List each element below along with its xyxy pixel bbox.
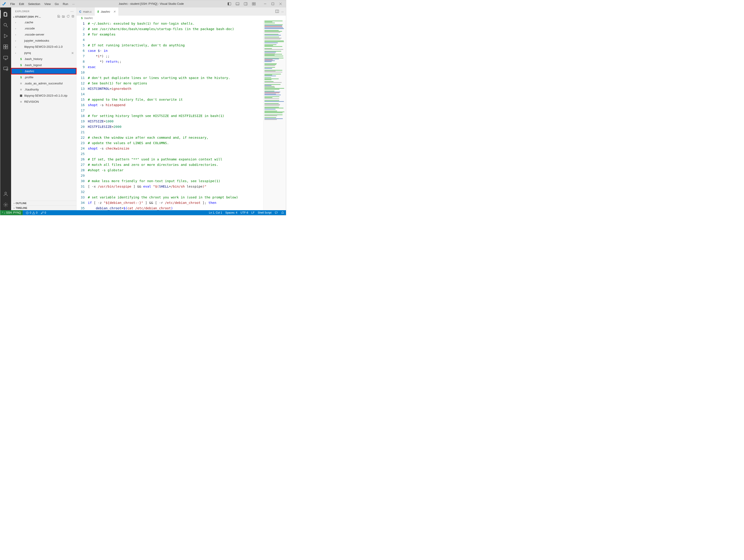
sidebar-more-icon[interactable]: ··· [70,9,74,13]
feedback-icon[interactable] [275,211,278,214]
menu-view[interactable]: View [43,1,52,7]
tree-item-label: .sudo_as_admin_successful [24,82,63,85]
folder-icon [19,27,23,30]
layout-controls [226,1,257,7]
tree-folder[interactable]: ›libpynq-5EWC0-2023-v0.1.0 [11,44,76,50]
language-mode-button[interactable]: Shell Script [258,211,271,214]
svg-rect-17 [4,45,5,47]
workspace-section-label: STUDENT [SSH: PY… [15,15,57,18]
cursor-position[interactable]: Ln 1, Col 1 [209,211,222,214]
menu-go[interactable]: Go [53,1,61,7]
accounts-icon[interactable] [0,189,11,199]
workspace-section-header[interactable]: ⌄ STUDENT [SSH: PY… [11,14,76,19]
breadcrumb[interactable]: $.bashrc [77,15,286,21]
svg-point-26 [5,192,7,194]
tree-folder[interactable]: ›.vscode [11,25,76,32]
run-debug-icon[interactable] [0,31,11,41]
encoding-button[interactable]: UTF-8 [240,211,248,214]
code-editor[interactable]: # ~/.bashrc: executed by bash(1) for non… [88,21,263,210]
notifications-icon[interactable] [281,211,284,214]
tab-bashrc[interactable]: $ .bashrc ✕ [95,7,119,15]
ports-button[interactable]: 0 [41,211,46,214]
errors-count: 0 [30,211,31,214]
search-icon[interactable] [0,20,11,31]
warnings-count: 0 [36,211,38,214]
menu-overflow-icon[interactable]: ··· [70,1,77,7]
collapse-all-icon[interactable] [71,15,75,18]
status-bar: SSH: PYNQ 0 0 0 Ln 1, Col 1 Spaces: 4 UT… [0,210,286,215]
customize-layout-icon[interactable] [250,1,257,7]
minimap[interactable] [263,21,286,210]
tree-item-label: .bashrc [24,70,34,73]
svg-rect-7 [254,2,255,4]
close-icon[interactable]: ✕ [113,10,116,13]
tree-item-label: .profile [24,76,34,79]
chevron-right-icon: › [12,202,15,205]
tree-folder[interactable]: ›pynq⤪ [11,50,76,56]
tab-label: .bashrc [101,10,110,13]
tree-item-label: pynq [24,51,31,54]
svg-rect-8 [252,4,254,5]
tree-file[interactable]: $.bash_logout [11,62,76,68]
svg-line-15 [6,26,8,27]
tree-file[interactable]: ≡.Xauthority [11,86,76,92]
chevron-right-icon: › [15,45,18,48]
tree-folder[interactable]: ›.vscode-server [11,32,76,38]
indentation-button[interactable]: Spaces: 4 [225,211,237,214]
tree-file[interactable]: ≡.sudo_as_admin_successful [11,80,76,86]
sidebar-title: EXPLORER [15,10,70,13]
menu-selection[interactable]: Selection [26,1,42,7]
chevron-right-icon: › [15,21,18,24]
tree-item-label: .bash_logout [24,63,42,67]
close-button[interactable] [277,1,284,7]
breadcrumb-label: .bashrc [84,16,93,20]
toggle-panel-icon[interactable] [234,1,241,7]
svg-point-14 [4,23,7,26]
svg-rect-34 [20,94,22,97]
new-file-icon[interactable] [57,15,61,18]
tree-folder[interactable]: ›jupyter_notebooks [11,38,76,44]
toggle-primary-sidebar-icon[interactable] [226,1,233,7]
split-editor-icon[interactable] [275,10,279,13]
menu-run[interactable]: Run [61,1,70,7]
menu-edit[interactable]: Edit [17,1,26,7]
editor-area: C main.c $ .bashrc ✕ ··· $.bashrc 123456… [77,7,286,210]
line-number-gutter: 1234567891011121314151617181920212223242… [77,21,88,210]
tree-file[interactable]: $.bashrc [11,68,76,74]
menu-file[interactable]: File [8,1,17,7]
editor-body: 1234567891011121314151617181920212223242… [77,21,286,210]
chevron-down-icon: ⌄ [12,15,15,18]
refresh-icon[interactable] [66,15,70,18]
tree-file[interactable]: $.bash_history [11,56,76,62]
tree-folder[interactable]: ›.cache [11,19,76,25]
tree-file[interactable]: libpynq-5EWC0-2023-v0.1.0.zip [11,92,76,98]
minimize-button[interactable] [261,1,269,7]
shell-file-icon: $ [97,10,99,13]
tree-file[interactable]: ≡REVISION [11,98,76,105]
more-actions-icon[interactable]: ··· [281,10,284,13]
toggle-secondary-sidebar-icon[interactable] [242,1,249,7]
new-folder-icon[interactable] [61,15,66,18]
vscode-logo-icon [2,2,6,6]
tree-file[interactable]: $.profile [11,74,76,80]
tree-item-label: .Xauthority [24,88,39,91]
explorer-sidebar: EXPLORER ··· ⌄ STUDENT [SSH: PY… ›.cache… [11,7,77,210]
outline-section-header[interactable]: › OUTLINE [11,201,76,205]
manage-gear-icon[interactable] [0,199,11,210]
problems-button[interactable]: 0 0 [26,211,37,214]
tab-main-c[interactable]: C main.c [77,7,95,15]
eol-button[interactable]: LF [251,211,255,214]
chevron-right-icon: › [15,33,18,36]
svg-rect-19 [4,47,5,49]
remote-explorer-icon[interactable] [0,52,11,63]
svg-rect-2 [236,2,239,5]
maximize-button[interactable] [269,1,276,7]
tree-item-label: libpynq-5EWC0-2023-v0.1.0 [24,45,63,48]
vscode-window: File Edit Selection View Go Run ··· .bas… [0,0,286,215]
timeline-section-header[interactable]: › TIMELINE [11,205,76,210]
remote-host-button[interactable]: SSH: PYNQ [0,210,23,215]
extensions-icon[interactable] [0,41,11,52]
explorer-icon[interactable] [0,9,11,20]
remote-settings-icon[interactable] [0,63,11,74]
svg-rect-20 [6,47,8,49]
